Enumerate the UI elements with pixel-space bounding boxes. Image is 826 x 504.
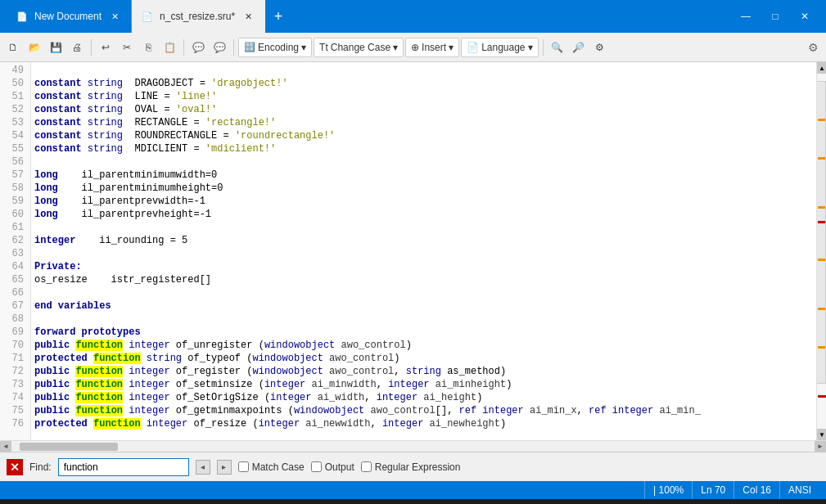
tab-new-document[interactable]: 📄 New Document ✕ — [7, 0, 132, 33]
code-editor[interactable]: constant string DRAGOBJECT = 'dragobject… — [31, 62, 816, 440]
code-line-57: long il_parentminimumwidth=0 — [34, 169, 813, 182]
change-case-dropdown[interactable]: Tt Change Case ▾ — [314, 38, 404, 57]
scroll-down-button[interactable]: ▼ — [817, 429, 826, 440]
encoding-arrow: ▾ — [301, 42, 306, 53]
encoding-icon: 🔡 — [244, 42, 255, 52]
code-line-54: constant string ROUNDRECTANGLE = 'roundr… — [34, 129, 813, 142]
macro-button[interactable]: ⚙ — [590, 38, 610, 57]
scroll-left-button[interactable]: ◄ — [0, 441, 11, 452]
code-line-61 — [34, 221, 813, 234]
undo-button[interactable]: ↩ — [96, 38, 115, 57]
open-file-button[interactable]: 📂 — [25, 38, 44, 57]
findbar-close-button[interactable]: ✕ — [7, 459, 23, 475]
language-arrow: ▾ — [528, 42, 533, 53]
tab-icon-1: 📄 — [16, 11, 28, 22]
output-checkbox[interactable]: Output — [311, 461, 354, 473]
tab-label-2: n_cst_resize.sru* — [160, 11, 235, 22]
code-line-53: constant string RECTANGLE = 'rectangle!' — [34, 116, 813, 129]
new-tab-button[interactable]: + — [265, 0, 291, 33]
sep2 — [183, 39, 184, 56]
sep4 — [543, 39, 544, 56]
change-case-arrow: ▾ — [393, 42, 398, 53]
toolbar: 🗋 📂 💾 🖨 ↩ ✂ ⎘ 📋 💬 💬 🔡 Encoding ▾ Tt Chan… — [0, 33, 826, 62]
scrollbar-track-h[interactable] — [11, 441, 815, 452]
scroll-up-button[interactable]: ▲ — [817, 62, 826, 74]
scroll-right-button[interactable]: ► — [815, 441, 826, 452]
marker-8 — [818, 395, 826, 398]
statusbar-encoding: ANSI — [779, 481, 819, 499]
close-button[interactable]: ✕ — [790, 0, 819, 33]
code-line-73: public function integer of_setminsize (i… — [34, 378, 813, 391]
language-dropdown[interactable]: 📄 Language ▾ — [461, 38, 538, 57]
encoding-dropdown[interactable]: 🔡 Encoding ▾ — [238, 38, 312, 57]
insert-dropdown[interactable]: ⊕ Insert ▾ — [405, 38, 459, 57]
encoding-label: Encoding — [258, 42, 299, 53]
code-line-60: long il_parentprevheight=-1 — [34, 208, 813, 221]
code-line-55: constant string MDICLIENT = 'mdiclient!' — [34, 142, 813, 155]
scrollbar-thumb-h[interactable] — [20, 443, 118, 451]
tab-close-2[interactable]: ✕ — [241, 10, 255, 23]
code-line-51: constant string LINE = 'line!' — [34, 90, 813, 103]
copy-button[interactable]: ⎘ — [138, 38, 158, 57]
language-icon: 📄 — [467, 42, 479, 53]
statusbar-zoom: | 100% — [644, 481, 692, 499]
tab-sru[interactable]: 📄 n_cst_resize.sru* ✕ — [132, 0, 265, 33]
language-label: Language — [481, 42, 525, 53]
block-comment-button[interactable]: 💬 — [210, 38, 229, 57]
settings-icon[interactable]: ⚙ — [803, 38, 823, 57]
statusbar-col: Col 16 — [733, 481, 779, 499]
insert-icon: ⊕ — [411, 42, 419, 53]
code-line-63 — [34, 247, 813, 260]
change-case-icon: Tt — [319, 42, 328, 53]
titlebar: 📄 New Document ✕ 📄 n_cst_resize.sru* ✕ +… — [0, 0, 826, 33]
comment-button[interactable]: 💬 — [188, 38, 208, 57]
tab-label-1: New Document — [34, 11, 102, 22]
code-line-68 — [34, 313, 813, 326]
code-line-56 — [34, 155, 813, 169]
minimize-button[interactable]: — — [731, 0, 761, 33]
save-button[interactable]: 💾 — [46, 38, 65, 57]
code-line-52: constant string OVAL = 'oval!' — [34, 103, 813, 116]
code-line-62: integer ii_rounding = 5 — [34, 234, 813, 247]
horizontal-scrollbar: ◄ ► — [0, 440, 826, 452]
insert-arrow: ▾ — [449, 42, 454, 53]
statusbar-line: Ln 70 — [692, 481, 733, 499]
find-input[interactable] — [58, 458, 189, 476]
new-file-button[interactable]: 🗋 — [3, 38, 23, 57]
paste-button[interactable]: 📋 — [160, 38, 179, 57]
find-next-button[interactable]: ▸ — [217, 460, 232, 475]
sep1 — [91, 39, 92, 56]
statusbar: | 100% Ln 70 Col 16 ANSI — [0, 481, 826, 499]
print-button[interactable]: 🖨 — [67, 38, 87, 57]
insert-label: Insert — [422, 42, 446, 53]
code-line-72: public function integer of_register (win… — [34, 365, 813, 378]
change-case-label: Change Case — [331, 42, 390, 53]
code-line-70: public function integer of_unregister (w… — [34, 339, 813, 352]
code-line-50: constant string DRAGOBJECT = 'dragobject… — [34, 77, 813, 90]
cut-button[interactable]: ✂ — [117, 38, 137, 57]
scroll-thumb[interactable] — [816, 81, 826, 384]
code-line-67: end variables — [34, 299, 813, 313]
code-line-64: Private: — [34, 260, 813, 273]
code-line-58: long il_parentminimumheight=0 — [34, 182, 813, 195]
findreplace-button[interactable]: 🔎 — [569, 38, 589, 57]
find-prev-button[interactable]: ◂ — [196, 460, 210, 475]
findbar: ✕ Find: ◂ ▸ Match Case Output Regular Ex… — [0, 452, 826, 481]
regex-checkbox[interactable]: Regular Expression — [361, 461, 461, 473]
line-numbers: 4950515253545556575859606162636465666768… — [0, 62, 31, 440]
code-line-74: public function integer of_SetOrigSize (… — [34, 391, 813, 404]
find-label: Find: — [29, 461, 52, 473]
code-line-49 — [34, 64, 813, 77]
match-case-checkbox[interactable]: Match Case — [238, 461, 305, 473]
window-controls: — □ ✕ — [731, 0, 819, 33]
code-line-76: protected function integer of_resize (in… — [34, 417, 813, 430]
maximize-button[interactable]: □ — [761, 0, 790, 33]
code-line-59: long il_parentprevwidth=-1 — [34, 195, 813, 208]
code-line-69: forward prototypes — [34, 326, 813, 339]
search-button[interactable]: 🔍 — [548, 38, 567, 57]
code-line-66 — [34, 286, 813, 299]
minimap: ▲ ▼ — [816, 62, 826, 440]
code-line-65: os_resize istr_registered[] — [34, 273, 813, 286]
tab-close-1[interactable]: ✕ — [108, 10, 121, 23]
code-line-71: protected function string of_typeof (win… — [34, 352, 813, 365]
